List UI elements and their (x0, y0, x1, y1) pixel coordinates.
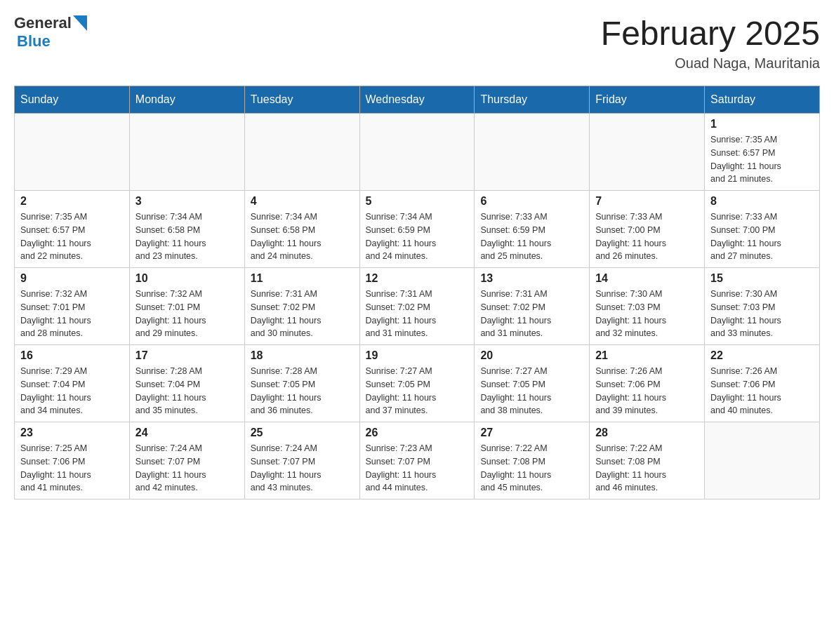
calendar-table: SundayMondayTuesdayWednesdayThursdayFrid… (14, 86, 820, 499)
day-info: Sunrise: 7:35 AM Sunset: 6:57 PM Dayligh… (710, 133, 814, 186)
weekday-header-saturday: Saturday (705, 86, 820, 114)
calendar-cell (129, 114, 244, 191)
week-row-3: 9Sunrise: 7:32 AM Sunset: 7:01 PM Daylig… (15, 268, 820, 345)
calendar-cell: 17Sunrise: 7:28 AM Sunset: 7:04 PM Dayli… (129, 345, 244, 422)
weekday-header-sunday: Sunday (15, 86, 130, 114)
day-info: Sunrise: 7:30 AM Sunset: 7:03 PM Dayligh… (710, 288, 814, 340)
day-number: 24 (135, 427, 239, 439)
day-number: 12 (366, 272, 469, 285)
day-info: Sunrise: 7:22 AM Sunset: 7:08 PM Dayligh… (595, 442, 699, 495)
day-info: Sunrise: 7:30 AM Sunset: 7:03 PM Dayligh… (595, 288, 699, 340)
weekday-header-wednesday: Wednesday (359, 86, 475, 114)
week-row-5: 23Sunrise: 7:25 AM Sunset: 7:06 PM Dayli… (15, 422, 820, 499)
week-row-2: 2Sunrise: 7:35 AM Sunset: 6:57 PM Daylig… (15, 191, 820, 268)
day-number: 3 (135, 195, 239, 208)
day-info: Sunrise: 7:34 AM Sunset: 6:59 PM Dayligh… (366, 210, 469, 263)
calendar-cell: 25Sunrise: 7:24 AM Sunset: 7:07 PM Dayli… (244, 422, 359, 499)
day-number: 28 (595, 427, 699, 439)
title-section: February 2025 Ouad Naga, Mauritania (601, 14, 820, 72)
calendar-cell: 12Sunrise: 7:31 AM Sunset: 7:02 PM Dayli… (359, 268, 475, 345)
calendar-cell: 26Sunrise: 7:23 AM Sunset: 7:07 PM Dayli… (359, 422, 475, 499)
page-header: General Blue February 2025 Ouad Naga, Ma… (14, 14, 820, 72)
calendar-cell: 13Sunrise: 7:31 AM Sunset: 7:02 PM Dayli… (475, 268, 590, 345)
calendar-cell: 22Sunrise: 7:26 AM Sunset: 7:06 PM Dayli… (705, 345, 820, 422)
calendar-cell: 19Sunrise: 7:27 AM Sunset: 7:05 PM Dayli… (359, 345, 475, 422)
calendar-cell: 7Sunrise: 7:33 AM Sunset: 7:00 PM Daylig… (590, 191, 705, 268)
day-number: 6 (480, 195, 583, 208)
weekday-header-friday: Friday (590, 86, 705, 114)
calendar-cell: 11Sunrise: 7:31 AM Sunset: 7:02 PM Dayli… (244, 268, 359, 345)
calendar-cell: 9Sunrise: 7:32 AM Sunset: 7:01 PM Daylig… (15, 268, 130, 345)
day-info: Sunrise: 7:23 AM Sunset: 7:07 PM Dayligh… (366, 442, 469, 495)
weekday-header-tuesday: Tuesday (244, 86, 359, 114)
day-number: 17 (135, 349, 239, 362)
day-number: 22 (710, 349, 814, 362)
day-info: Sunrise: 7:35 AM Sunset: 6:57 PM Dayligh… (20, 210, 124, 263)
logo-general-text: General (14, 14, 72, 32)
day-info: Sunrise: 7:34 AM Sunset: 6:58 PM Dayligh… (251, 210, 354, 263)
day-number: 19 (366, 349, 469, 362)
day-info: Sunrise: 7:33 AM Sunset: 7:00 PM Dayligh… (595, 210, 699, 263)
logo-blue-text: Blue (17, 32, 51, 50)
calendar-cell: 10Sunrise: 7:32 AM Sunset: 7:01 PM Dayli… (129, 268, 244, 345)
location-subtitle: Ouad Naga, Mauritania (601, 55, 820, 72)
day-info: Sunrise: 7:31 AM Sunset: 7:02 PM Dayligh… (366, 288, 469, 340)
day-number: 21 (595, 349, 699, 362)
day-info: Sunrise: 7:24 AM Sunset: 7:07 PM Dayligh… (135, 442, 239, 495)
day-number: 8 (710, 195, 814, 208)
day-number: 14 (595, 272, 699, 285)
day-number: 10 (135, 272, 239, 285)
day-number: 13 (480, 272, 583, 285)
day-info: Sunrise: 7:32 AM Sunset: 7:01 PM Dayligh… (135, 288, 239, 340)
day-number: 16 (20, 349, 124, 362)
month-title: February 2025 (601, 14, 820, 53)
day-number: 15 (710, 272, 814, 285)
svg-marker-0 (73, 15, 87, 31)
day-info: Sunrise: 7:28 AM Sunset: 7:05 PM Dayligh… (251, 365, 354, 417)
calendar-cell: 6Sunrise: 7:33 AM Sunset: 6:59 PM Daylig… (475, 191, 590, 268)
day-info: Sunrise: 7:27 AM Sunset: 7:05 PM Dayligh… (366, 365, 469, 417)
day-info: Sunrise: 7:26 AM Sunset: 7:06 PM Dayligh… (710, 365, 814, 417)
calendar-cell (15, 114, 130, 191)
logo-triangle-icon (73, 15, 87, 31)
calendar-cell: 16Sunrise: 7:29 AM Sunset: 7:04 PM Dayli… (15, 345, 130, 422)
day-number: 27 (480, 427, 583, 439)
week-row-1: 1Sunrise: 7:35 AM Sunset: 6:57 PM Daylig… (15, 114, 820, 191)
day-number: 5 (366, 195, 469, 208)
logo: General Blue (14, 14, 87, 51)
calendar-cell: 3Sunrise: 7:34 AM Sunset: 6:58 PM Daylig… (129, 191, 244, 268)
calendar-cell: 23Sunrise: 7:25 AM Sunset: 7:06 PM Dayli… (15, 422, 130, 499)
day-info: Sunrise: 7:32 AM Sunset: 7:01 PM Dayligh… (20, 288, 124, 340)
day-number: 23 (20, 427, 124, 439)
calendar-cell: 2Sunrise: 7:35 AM Sunset: 6:57 PM Daylig… (15, 191, 130, 268)
calendar-cell (359, 114, 475, 191)
day-info: Sunrise: 7:27 AM Sunset: 7:05 PM Dayligh… (480, 365, 583, 417)
day-number: 9 (20, 272, 124, 285)
week-row-4: 16Sunrise: 7:29 AM Sunset: 7:04 PM Dayli… (15, 345, 820, 422)
weekday-header-thursday: Thursday (475, 86, 590, 114)
calendar-cell (244, 114, 359, 191)
calendar-cell: 5Sunrise: 7:34 AM Sunset: 6:59 PM Daylig… (359, 191, 475, 268)
weekday-header-row: SundayMondayTuesdayWednesdayThursdayFrid… (15, 86, 820, 114)
calendar-cell: 18Sunrise: 7:28 AM Sunset: 7:05 PM Dayli… (244, 345, 359, 422)
calendar-cell: 4Sunrise: 7:34 AM Sunset: 6:58 PM Daylig… (244, 191, 359, 268)
day-number: 7 (595, 195, 699, 208)
day-info: Sunrise: 7:34 AM Sunset: 6:58 PM Dayligh… (135, 210, 239, 263)
day-number: 11 (251, 272, 354, 285)
day-info: Sunrise: 7:31 AM Sunset: 7:02 PM Dayligh… (480, 288, 583, 340)
calendar-cell: 15Sunrise: 7:30 AM Sunset: 7:03 PM Dayli… (705, 268, 820, 345)
calendar-cell: 21Sunrise: 7:26 AM Sunset: 7:06 PM Dayli… (590, 345, 705, 422)
day-number: 4 (251, 195, 354, 208)
calendar-cell: 8Sunrise: 7:33 AM Sunset: 7:00 PM Daylig… (705, 191, 820, 268)
day-info: Sunrise: 7:26 AM Sunset: 7:06 PM Dayligh… (595, 365, 699, 417)
day-info: Sunrise: 7:24 AM Sunset: 7:07 PM Dayligh… (251, 442, 354, 495)
calendar-cell (590, 114, 705, 191)
day-info: Sunrise: 7:28 AM Sunset: 7:04 PM Dayligh… (135, 365, 239, 417)
day-number: 25 (251, 427, 354, 439)
day-number: 26 (366, 427, 469, 439)
calendar-cell: 14Sunrise: 7:30 AM Sunset: 7:03 PM Dayli… (590, 268, 705, 345)
calendar-cell: 27Sunrise: 7:22 AM Sunset: 7:08 PM Dayli… (475, 422, 590, 499)
calendar-cell: 1Sunrise: 7:35 AM Sunset: 6:57 PM Daylig… (705, 114, 820, 191)
day-info: Sunrise: 7:25 AM Sunset: 7:06 PM Dayligh… (20, 442, 124, 495)
calendar-cell: 20Sunrise: 7:27 AM Sunset: 7:05 PM Dayli… (475, 345, 590, 422)
